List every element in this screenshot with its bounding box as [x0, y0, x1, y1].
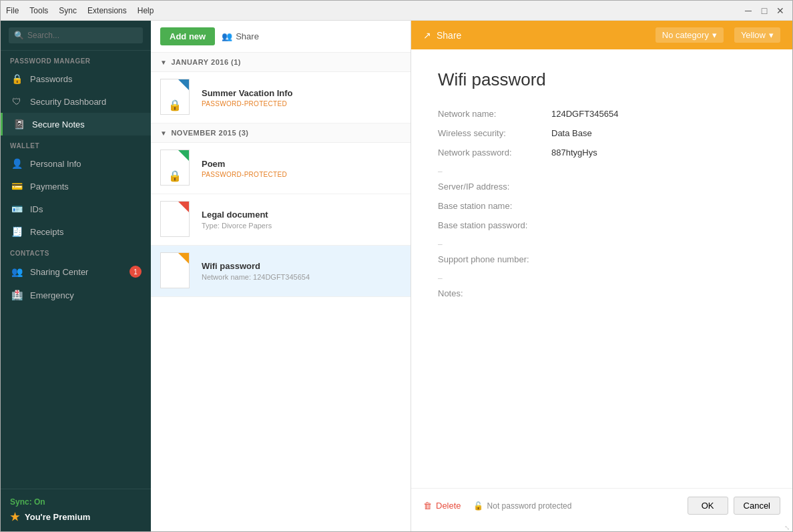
separator: –: [438, 167, 766, 176]
detail-share-label: Share: [437, 30, 461, 41]
color-button[interactable]: Yellow ▾: [734, 27, 780, 43]
premium-label: You're Premium: [25, 512, 90, 522]
corner-decoration: [178, 150, 189, 161]
sidebar-label-payments: Payments: [30, 182, 69, 192]
delete-button[interactable]: 🗑 Delete: [423, 501, 461, 511]
cancel-button[interactable]: Cancel: [734, 497, 780, 515]
minimize-button[interactable]: ─: [742, 4, 755, 17]
field-label: Notes:: [438, 288, 551, 298]
field-label: Network name:: [438, 109, 551, 119]
resize-handle[interactable]: ⤡: [411, 523, 792, 531]
item-subtitle: Type: Divorce Papers: [202, 222, 401, 230]
field-value: Data Base: [551, 128, 592, 138]
field-label: Server/IP address:: [438, 182, 551, 192]
section-password-manager: PASSWORD MANAGER: [1, 51, 151, 67]
field-label: Base station name:: [438, 201, 551, 211]
chevron-down-icon: ▼: [160, 129, 167, 137]
lock-icon: 🔒: [168, 170, 182, 182]
sidebar-footer: Sync: On ★ You're Premium: [1, 489, 151, 531]
menu-bar: File Tools Sync Extensions Help: [6, 6, 154, 15]
field-label: Support phone number:: [438, 254, 551, 264]
ok-button[interactable]: OK: [688, 497, 728, 515]
color-label: Yellow: [741, 30, 766, 40]
sidebar-label-ids: IDs: [30, 204, 43, 214]
right-panel: ↗ Share No category ▾ Yellow ▾ Wifi pass…: [411, 21, 792, 531]
field-network-name: Network name: 124DGFT345654: [438, 109, 766, 119]
item-thumbnail: [160, 252, 192, 290]
doc-icon: [160, 201, 190, 237]
sidebar-item-passwords[interactable]: 🔒 Passwords: [1, 67, 151, 90]
window-controls: ─ □ ✕: [742, 4, 787, 17]
sidebar-item-secure-notes[interactable]: 📓 Secure Notes: [1, 113, 151, 136]
sidebar-item-ids[interactable]: 🪪 IDs: [1, 198, 151, 220]
header-left: ↗ Share: [423, 30, 461, 41]
doc-icon: 🔒: [160, 150, 190, 186]
item-subtitle: Network name: 124DGFT345654: [202, 273, 401, 281]
lock-icon: 🔒: [10, 73, 23, 84]
corner-decoration: [178, 202, 189, 212]
app-window: File Tools Sync Extensions Help ─ □ ✕ 🔍 …: [0, 0, 793, 532]
titlebar: File Tools Sync Extensions Help ─ □ ✕: [1, 1, 792, 21]
group-jan2016[interactable]: ▼ JANUARY 2016 (1): [151, 53, 411, 72]
section-contacts: CONTACTS: [1, 243, 151, 260]
card-icon: 💳: [10, 181, 23, 192]
shield-icon: 🛡: [10, 96, 23, 107]
menu-help[interactable]: Help: [138, 6, 154, 15]
search-icon: 🔍: [14, 31, 24, 40]
search-input[interactable]: [9, 27, 143, 43]
search-area: 🔍: [1, 21, 151, 51]
close-button[interactable]: ✕: [774, 4, 787, 17]
doc-icon: 🔒: [160, 79, 190, 115]
sidebar-item-sharing-center[interactable]: 👥 Sharing Center 1: [1, 260, 151, 284]
sidebar-label-security: Security Dashboard: [30, 97, 106, 107]
field-base-station-name: Base station name:: [438, 201, 766, 211]
sharing-badge: 1: [129, 266, 142, 278]
item-thumbnail: [160, 201, 192, 238]
list-item[interactable]: Legal document Type: Divorce Papers: [151, 194, 411, 246]
middle-panel: Add new 👥 Share ▼ JANUARY 2016 (1): [151, 21, 411, 531]
add-new-button[interactable]: Add new: [160, 27, 215, 45]
item-info: Poem PASSWORD-PROTECTED: [202, 159, 401, 178]
sharing-icon: 👥: [10, 266, 23, 277]
list-item-selected[interactable]: Wifi password Network name: 124DGFT34565…: [151, 246, 411, 297]
detail-footer: 🗑 Delete 🔓 Not password protected OK Can…: [411, 488, 792, 523]
menu-extensions[interactable]: Extensions: [87, 6, 127, 15]
sidebar-label-secure-notes: Secure Notes: [32, 119, 85, 129]
sidebar-item-security-dashboard[interactable]: 🛡 Security Dashboard: [1, 90, 151, 113]
maximize-button[interactable]: □: [758, 4, 771, 17]
item-subtitle: PASSWORD-PROTECTED: [202, 171, 401, 178]
menu-file[interactable]: File: [6, 6, 19, 15]
sidebar-item-personal-info[interactable]: 👤 Personal Info: [1, 152, 151, 175]
id-icon: 🪪: [10, 204, 23, 214]
lock-open-icon: 🔓: [473, 501, 483, 511]
field-server-ip: Server/IP address:: [438, 182, 766, 192]
share-icon: 👥: [222, 31, 232, 41]
footer-left: 🗑 Delete 🔓 Not password protected: [423, 501, 571, 511]
sidebar-item-receipts[interactable]: 🧾 Receipts: [1, 220, 151, 243]
category-button[interactable]: No category ▾: [655, 27, 724, 43]
list-item[interactable]: 🔒 Summer Vacation Info PASSWORD-PROTECTE…: [151, 72, 411, 123]
receipt-icon: 🧾: [10, 226, 23, 237]
field-notes: Notes:: [438, 288, 766, 298]
field-value: 887htygHys: [551, 148, 597, 158]
item-subtitle: PASSWORD-PROTECTED: [202, 100, 401, 107]
list-item[interactable]: 🔒 Poem PASSWORD-PROTECTED: [151, 143, 411, 194]
field-network-password: Network password: 887htygHys: [438, 148, 766, 158]
detail-content: Wifi password Network name: 124DGFT34565…: [411, 49, 792, 488]
emergency-icon: 🏥: [10, 290, 23, 300]
field-label: Base station password:: [438, 220, 551, 230]
sidebar-label-personal-info: Personal Info: [30, 159, 81, 169]
sidebar-item-payments[interactable]: 💳 Payments: [1, 175, 151, 198]
sidebar-item-emergency[interactable]: 🏥 Emergency: [1, 284, 151, 306]
share-button[interactable]: 👥 Share: [222, 31, 259, 41]
lock-icon: 🔒: [168, 99, 182, 111]
section-wallet: WALLET: [1, 136, 151, 152]
menu-sync[interactable]: Sync: [59, 6, 77, 15]
menu-tools[interactable]: Tools: [29, 6, 48, 15]
sidebar: 🔍 PASSWORD MANAGER 🔒 Passwords 🛡 Securit…: [1, 21, 151, 531]
doc-icon: [160, 252, 190, 288]
notes-icon: 📓: [12, 119, 25, 129]
group-nov2015[interactable]: ▼ NOVEMBER 2015 (3): [151, 123, 411, 143]
field-wireless-security: Wireless security: Data Base: [438, 128, 766, 138]
item-thumbnail: 🔒: [160, 150, 192, 187]
